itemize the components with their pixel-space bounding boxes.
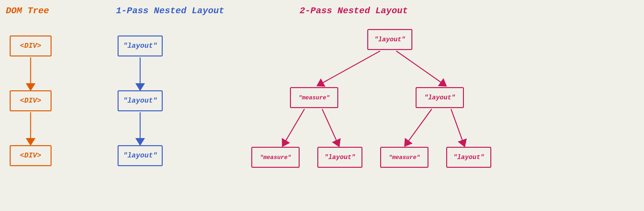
twopass-measure-1: "measure": [290, 87, 338, 108]
onepass-node-2: "layout": [118, 90, 163, 111]
twopass-layout-1: "layout": [416, 87, 464, 108]
onepass-title: 1-Pass Nested Layout: [116, 6, 224, 16]
svg-line-4: [319, 51, 380, 85]
twopass-layout-3: "layout": [446, 147, 491, 168]
dom-node-3: <DIV>: [10, 145, 52, 166]
svg-line-8: [406, 109, 432, 145]
onepass-node-3: "layout": [118, 145, 163, 166]
dom-tree-title: DOM Tree: [6, 6, 49, 16]
twopass-root: "layout": [367, 29, 412, 50]
svg-line-5: [396, 51, 445, 85]
onepass-node-1: "layout": [118, 35, 163, 56]
dom-node-2: <DIV>: [10, 90, 52, 111]
dom-node-1: <DIV>: [10, 35, 52, 56]
twopass-measure-3: "measure": [380, 147, 428, 168]
twopass-title: 2-Pass Nested Layout: [300, 6, 408, 16]
twopass-layout-2: "layout": [317, 147, 362, 168]
svg-line-7: [322, 109, 338, 145]
svg-line-6: [284, 109, 304, 145]
svg-line-9: [451, 109, 464, 145]
twopass-measure-2: "measure": [251, 147, 300, 168]
